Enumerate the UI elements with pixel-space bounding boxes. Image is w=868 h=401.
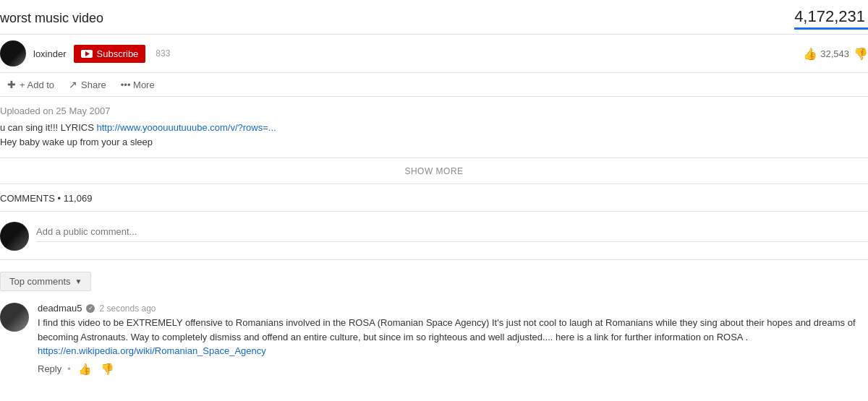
sort-label: Top comments bbox=[9, 276, 71, 287]
thumbs-up-icon[interactable]: 👍 bbox=[803, 47, 817, 61]
comments-label: COMMENTS bbox=[0, 193, 55, 204]
comment-text: I find this video to be EXTREMELY offens… bbox=[38, 316, 868, 358]
comment-body: deadmau5 ✓ 2 seconds ago I find this vid… bbox=[38, 303, 868, 376]
chevron-down-icon: ▼ bbox=[75, 277, 82, 285]
thumbs-down-icon[interactable]: 👎 bbox=[854, 47, 868, 61]
youtube-logo-icon bbox=[81, 50, 93, 58]
like-count: 👍 32,543 bbox=[803, 47, 849, 61]
sort-bar: Top comments ▼ bbox=[0, 272, 868, 291]
comments-section: COMMENTS • 11,069 Top comments ▼ bbox=[0, 184, 868, 394]
video-title: worst music video bbox=[0, 11, 103, 26]
channel-avatar[interactable] bbox=[0, 40, 26, 66]
more-label: ••• More bbox=[121, 79, 155, 90]
subscriber-count: 833 bbox=[156, 48, 170, 59]
comment-author-row: deadmau5 ✓ 2 seconds ago bbox=[38, 303, 868, 314]
show-more-text: SHOW MORE bbox=[404, 166, 463, 176]
comments-dot-sep: • bbox=[57, 193, 63, 204]
like-count-value: 32,543 bbox=[820, 48, 849, 59]
channel-row: loxinder Subscribe 833 👍 32,543 👎 bbox=[0, 35, 868, 73]
add-to-icon: ✚ bbox=[7, 79, 16, 90]
comment-input-row bbox=[0, 222, 868, 260]
video-title-bar: worst music video 4,172,231 bbox=[0, 0, 868, 35]
subscribe-button[interactable]: Subscribe bbox=[74, 45, 146, 63]
comments-header: COMMENTS • 11,069 bbox=[0, 193, 868, 212]
show-more-bar[interactable]: SHOW MORE bbox=[0, 158, 868, 184]
add-to-label: + Add to bbox=[20, 79, 54, 90]
view-count: 4,172,231 bbox=[794, 7, 868, 25]
share-label: Share bbox=[81, 79, 106, 90]
channel-avatar-inner bbox=[0, 40, 26, 66]
reply-button[interactable]: Reply bbox=[38, 363, 61, 374]
comments-count: 11,069 bbox=[64, 193, 93, 204]
comment-thumbs-up-button[interactable]: 👍 bbox=[77, 363, 93, 376]
description-text-after-link: Hey baby wake up from your a sleep bbox=[0, 137, 153, 147]
channel-name[interactable]: loxinder bbox=[33, 48, 67, 59]
comment-thumbs-down-button[interactable]: 👎 bbox=[99, 363, 116, 376]
comment-text-content: I find this video to be EXTREMELY offens… bbox=[38, 317, 856, 342]
comment-timestamp: 2 seconds ago bbox=[99, 303, 156, 314]
subscribe-label: Subscribe bbox=[97, 48, 139, 59]
current-user-avatar bbox=[0, 222, 29, 251]
uploaded-date: Uploaded on 25 May 2007 bbox=[0, 105, 868, 116]
separator: • bbox=[67, 363, 71, 374]
verified-badge-icon: ✓ bbox=[86, 304, 95, 313]
description-text: u can sing it!!! LYRICS http://www.yooou… bbox=[0, 121, 868, 149]
page-wrapper: worst music video 4,172,231 loxinder Sub… bbox=[0, 0, 868, 394]
more-button[interactable]: ••• More bbox=[114, 77, 162, 93]
share-button[interactable]: ↗ Share bbox=[61, 76, 114, 93]
channel-left: loxinder Subscribe 833 bbox=[0, 40, 170, 66]
channel-right: 👍 32,543 👎 bbox=[803, 47, 868, 61]
view-count-wrapper: 4,172,231 bbox=[794, 7, 868, 30]
sort-button[interactable]: Top comments ▼ bbox=[0, 272, 91, 291]
comment-item: deadmau5 ✓ 2 seconds ago I find this vid… bbox=[0, 303, 868, 376]
description-text-before-link: u can sing it!!! LYRICS bbox=[0, 122, 96, 133]
comment-input[interactable] bbox=[36, 222, 868, 242]
commenter-avatar-inner bbox=[0, 303, 29, 332]
share-icon: ↗ bbox=[69, 79, 77, 90]
action-bar: ✚ + Add to ↗ Share ••• More bbox=[0, 73, 868, 97]
description-link[interactable]: http://www.yooouuutuuube.com/v/?rows=... bbox=[96, 122, 276, 133]
comment-link[interactable]: https://en.wikipedia.org/wiki/Romanian_S… bbox=[38, 345, 266, 356]
commenter-avatar[interactable] bbox=[0, 303, 29, 332]
add-to-button[interactable]: ✚ + Add to bbox=[0, 76, 61, 93]
description-section: Uploaded on 25 May 2007 u can sing it!!!… bbox=[0, 97, 868, 158]
comment-actions: Reply • 👍 👎 bbox=[38, 363, 868, 376]
comment-author[interactable]: deadmau5 bbox=[38, 303, 82, 314]
current-user-avatar-inner bbox=[0, 222, 29, 251]
